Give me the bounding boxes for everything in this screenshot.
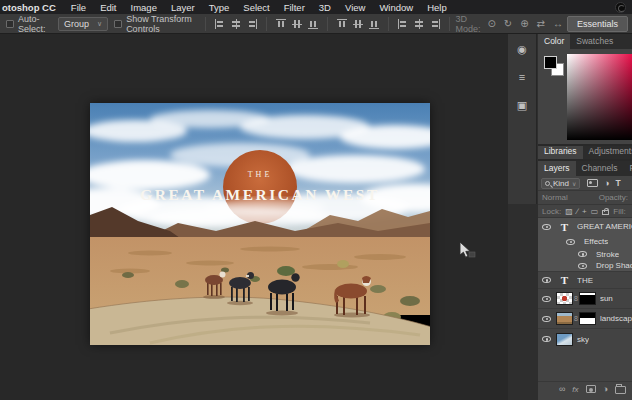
layer-row-landscape[interactable]: 8 landscape [538, 309, 632, 329]
layer-row-the[interactable]: T THE [538, 272, 632, 289]
distribute-left-icon[interactable] [398, 19, 408, 29]
layer-mask-thumbnail[interactable] [579, 292, 596, 305]
align-bottom-icon[interactable] [308, 19, 318, 29]
secondary-panel-tabs: Libraries Adjustments Styles [538, 146, 632, 161]
color-picker-field[interactable] [567, 54, 632, 140]
align-vertical-center-icon[interactable] [292, 19, 302, 29]
divider [449, 17, 450, 31]
menu-edit[interactable]: Edit [93, 2, 123, 13]
visibility-eye-icon[interactable] [542, 296, 551, 302]
menu-3d[interactable]: 3D [312, 2, 338, 13]
layer-thumbnail[interactable] [556, 333, 573, 346]
tool-options-bar: Auto-Select: Group ∨ Show Transform Cont… [0, 14, 632, 34]
link-layers-icon[interactable]: ∞ [559, 385, 565, 394]
panel-history-icon[interactable]: ◉ [517, 44, 527, 55]
lock-pixels-icon[interactable]: ∕ [577, 207, 578, 216]
divider [205, 17, 206, 31]
align-left-icon[interactable] [215, 19, 225, 29]
color-panel-tabs: Color Swatches [538, 34, 632, 49]
visibility-eye-icon[interactable] [566, 239, 575, 245]
lock-all-icon[interactable] [602, 210, 609, 215]
menu-help[interactable]: Help [420, 2, 454, 13]
opacity-label[interactable]: Opacity: [599, 193, 628, 202]
auto-select-checkbox[interactable] [6, 20, 14, 28]
distribute-right-icon[interactable] [430, 19, 440, 29]
filter-pixel-layers-icon[interactable] [587, 179, 598, 187]
layer-mask-thumbnail[interactable] [579, 312, 596, 325]
layer-row-great-american[interactable]: T GREAT AMERICAN [538, 218, 632, 235]
add-layer-mask-icon[interactable] [586, 385, 596, 393]
layer-effects-row[interactable]: Effects [538, 235, 632, 248]
tab-adjustments[interactable]: Adjustments [583, 146, 632, 159]
visibility-eye-icon[interactable] [542, 224, 551, 230]
visibility-eye-icon[interactable] [542, 277, 551, 283]
layer-effect-dropshadow-row[interactable]: Drop Shadow [538, 260, 632, 272]
auto-select-target-dropdown[interactable]: Group ∨ [58, 17, 108, 31]
lock-artboard-icon[interactable]: ▭ [591, 207, 599, 216]
menu-select[interactable]: Select [236, 2, 276, 13]
menu-type[interactable]: Type [202, 2, 237, 13]
tab-swatches[interactable]: Swatches [570, 34, 619, 49]
foreground-color-swatch[interactable] [544, 56, 557, 69]
mask-link-icon: 8 [574, 315, 578, 322]
menu-layer[interactable]: Layer [164, 2, 202, 13]
tab-paths[interactable]: Paths [623, 161, 632, 176]
tab-layers[interactable]: Layers [538, 161, 576, 176]
3d-pan-icon[interactable]: ⊕ [520, 18, 528, 29]
mask-link-icon: 8 [574, 295, 578, 302]
filter-adjustment-layers-icon[interactable]: ◑ [604, 178, 609, 188]
type-layer-icon: T [556, 221, 573, 233]
type-layer-icon: T [556, 274, 573, 286]
layer-row-sun[interactable]: 8 sun [538, 289, 632, 309]
3d-orbit-icon[interactable]: ⊙ [487, 18, 495, 29]
tab-channels[interactable]: Channels [576, 161, 624, 176]
layer-effect-stroke-row[interactable]: Stroke [538, 248, 632, 260]
layers-panel-tabs: Layers Channels Paths [538, 161, 632, 176]
3d-scale-icon[interactable]: ↔ [553, 18, 563, 29]
lock-transparency-icon[interactable]: ▨ [565, 207, 573, 216]
tab-libraries[interactable]: Libraries [538, 146, 583, 159]
document-canvas[interactable]: THE GREAT AMERICAN WEST [90, 103, 430, 345]
3d-slide-icon[interactable]: ⇄ [537, 18, 545, 29]
menu-filter[interactable]: Filter [277, 2, 312, 13]
menu-window[interactable]: Window [372, 2, 420, 13]
chevron-down-icon: ∨ [572, 180, 576, 187]
layer-row-sky[interactable]: sky [538, 329, 632, 349]
layer-thumbnail[interactable] [556, 292, 573, 305]
visibility-eye-icon[interactable] [578, 251, 587, 257]
canvas-title-small: THE [248, 170, 273, 179]
layer-thumbnail[interactable] [556, 312, 573, 325]
align-horizontal-center-icon[interactable] [231, 19, 241, 29]
panel-info-icon[interactable]: ▣ [517, 100, 527, 111]
layer-filter-kind-dropdown[interactable]: Kind ∨ [541, 178, 580, 189]
distribute-vertical-center-icon[interactable] [353, 19, 363, 29]
show-transform-checkbox[interactable] [114, 20, 122, 28]
distribute-horizontal-center-icon[interactable] [414, 19, 424, 29]
menu-file[interactable]: File [64, 2, 93, 13]
align-right-icon[interactable] [247, 19, 257, 29]
fill-label: Fill: [613, 207, 625, 216]
align-top-icon[interactable] [276, 19, 286, 29]
canvas-title-large: GREAT AMERICAN WEST [140, 186, 380, 203]
tab-color[interactable]: Color [538, 34, 570, 49]
lock-position-icon[interactable]: + [582, 207, 587, 216]
3d-roll-icon[interactable]: ↻ [504, 18, 512, 29]
visibility-eye-icon[interactable] [542, 336, 551, 342]
blend-mode-dropdown[interactable]: Normal [542, 193, 568, 202]
filter-type-layers-icon[interactable]: T [616, 178, 621, 188]
distribute-bottom-icon[interactable] [369, 19, 379, 29]
panel-properties-icon[interactable]: ≡ [519, 72, 525, 83]
layer-style-fx-icon[interactable]: fx [572, 385, 578, 394]
canvas-artwork: THE GREAT AMERICAN WEST [90, 103, 430, 345]
divider [327, 17, 328, 31]
menu-image[interactable]: Image [124, 2, 164, 13]
move-cursor [458, 241, 478, 261]
new-group-icon[interactable] [615, 386, 626, 394]
visibility-eye-icon[interactable] [578, 263, 587, 269]
distribute-top-icon[interactable] [337, 19, 347, 29]
visibility-eye-icon[interactable] [542, 316, 551, 322]
menu-view[interactable]: View [338, 2, 372, 13]
divider [388, 17, 389, 31]
new-adjustment-layer-icon[interactable]: ◑ [603, 385, 608, 394]
workspace-switcher-button[interactable]: Essentials [567, 16, 628, 32]
